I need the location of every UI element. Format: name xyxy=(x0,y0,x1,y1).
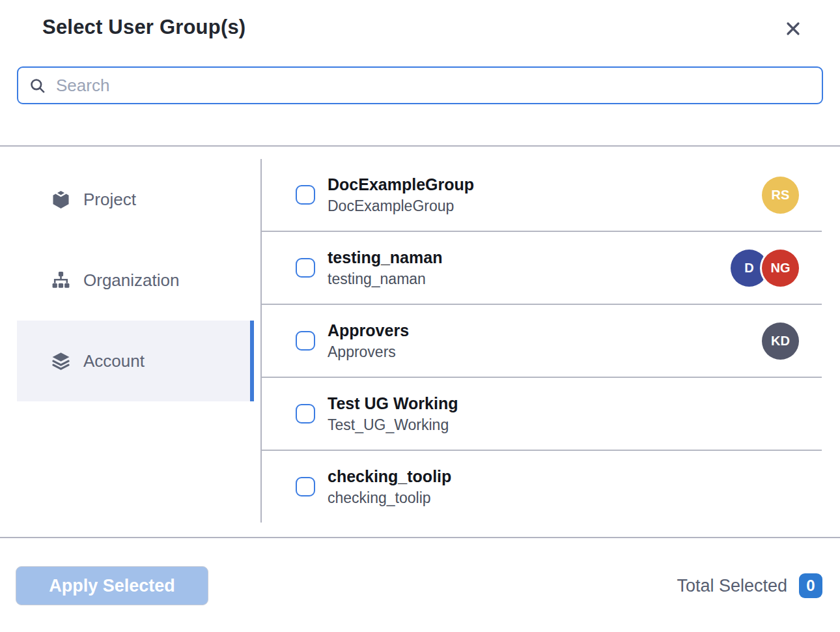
user-group-row: Approvers Approvers KD xyxy=(262,305,822,378)
total-selected-label: Total Selected xyxy=(677,576,787,596)
sitemap-icon xyxy=(51,270,71,291)
close-icon xyxy=(784,30,802,40)
group-checkbox[interactable] xyxy=(296,258,315,278)
total-selected-count-badge: 0 xyxy=(799,573,822,598)
avatar: NG xyxy=(762,250,799,287)
sidebar-item-label: Project xyxy=(83,190,136,210)
avatar-stack: DNG xyxy=(731,250,799,287)
sidebar-item-label: Account xyxy=(83,351,145,371)
group-name: Approvers xyxy=(328,321,409,340)
search-icon xyxy=(29,77,46,94)
group-description: DocExampleGroup xyxy=(328,197,474,215)
user-group-row: checking_toolip checking_toolip xyxy=(262,451,822,523)
group-description: Test_UG_Working xyxy=(328,416,458,434)
group-checkbox[interactable] xyxy=(296,404,315,424)
dialog-body: Project Organization xyxy=(0,159,840,523)
group-name: checking_toolip xyxy=(328,467,451,486)
group-checkbox[interactable] xyxy=(296,331,315,351)
group-name: Test UG Working xyxy=(328,394,458,413)
group-checkbox[interactable] xyxy=(296,477,315,496)
select-user-groups-dialog: Select User Group(s) xyxy=(0,0,840,632)
dialog-title: Select User Group(s) xyxy=(42,16,245,39)
user-group-list: DocExampleGroup DocExampleGroup RS testi… xyxy=(260,159,822,523)
search-input[interactable] xyxy=(56,76,811,96)
total-selected: Total Selected 0 xyxy=(677,573,822,598)
avatar: KD xyxy=(762,323,799,360)
search-box[interactable] xyxy=(17,66,823,104)
scope-sidebar: Project Organization xyxy=(0,159,260,523)
group-description: Approvers xyxy=(328,343,409,361)
apply-selected-button[interactable]: Apply Selected xyxy=(16,566,208,605)
header-divider xyxy=(0,145,840,147)
user-group-row: Test UG Working Test_UG_Working xyxy=(262,378,822,451)
sidebar-item-account[interactable]: Account xyxy=(17,321,254,401)
user-group-row: DocExampleGroup DocExampleGroup RS xyxy=(262,159,822,232)
dialog-footer: Apply Selected Total Selected 0 xyxy=(0,538,840,605)
sidebar-item-project[interactable]: Project xyxy=(17,159,254,240)
cube-icon xyxy=(51,190,71,210)
sidebar-item-label: Organization xyxy=(83,270,179,291)
group-description: checking_toolip xyxy=(328,489,451,507)
close-button[interactable] xyxy=(784,20,802,38)
avatar-stack: KD xyxy=(762,323,799,360)
group-name: testing_naman xyxy=(328,248,442,267)
avatar: RS xyxy=(762,177,799,214)
user-group-row: testing_naman testing_naman DNG xyxy=(262,232,822,305)
dialog-header: Select User Group(s) xyxy=(0,0,840,39)
sidebar-item-organization[interactable]: Organization xyxy=(17,240,254,321)
layers-icon xyxy=(51,351,71,371)
group-checkbox[interactable] xyxy=(296,185,315,205)
group-name: DocExampleGroup xyxy=(328,175,474,194)
avatar-stack: RS xyxy=(762,177,799,214)
group-description: testing_naman xyxy=(328,270,442,288)
